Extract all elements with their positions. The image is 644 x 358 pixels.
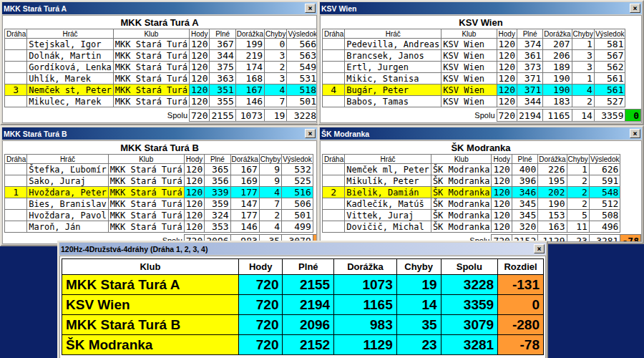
row-spacer-cell [313,210,317,221]
total-chyby-cell: 14 [572,110,594,122]
close-icon[interactable]: × [630,129,640,138]
klub-cell: ŠK Modranka [431,175,492,187]
lane-cell [5,96,27,107]
row-spacer-cell [313,175,317,187]
window-body: KSV Wien DráhaHráčKlubHodyPlnéDorážkaChy… [320,15,642,123]
hody-cell: 120 [190,96,210,107]
vysledok-cell: 508 [589,210,620,221]
name-cell: Mikulec, Marek [27,96,114,107]
row-spacer-cell [625,84,641,96]
player-row: Sako, JurajMKK Stará Turá1203561699525 [5,175,318,187]
name-cell: Babos, Tamas [345,96,441,107]
column-header-klub: Klub [113,29,189,39]
window-body: KlubHodyPlnéDorážkaChybySpoluRozdielMKK … [59,256,546,358]
plne-cell: 359 [205,198,230,210]
plne-cell: 400 [512,164,537,175]
dorazka-cell: 183 [543,96,572,107]
lane-cell [323,175,345,187]
vysledok-cell: 496 [589,221,620,233]
summary-plne-cell: 2194 [283,295,334,315]
total-chyby-cell: 23 [567,235,589,243]
window-sk-modranka: ŠK Modranka × ŠK Modranka DráhaHráčKlubH… [318,125,644,244]
totals-row: Spolu720219411651433590 [323,110,641,122]
titlebar[interactable]: ŠK Modranka × [320,127,642,140]
column-header-dorazka: Dorážka [230,155,259,164]
name-cell: Bielik, Damián [345,187,431,198]
window-body: MKK Stará Turá A DráhaHráčKlubHodyPlnéDo… [2,15,317,123]
summary-chyby-cell: 14 [396,295,441,315]
hody-cell: 120 [492,187,512,198]
window-summary: 120Hz-4Družstvá-4dráhy (Dráha 1, 2, 3, 4… [57,241,548,358]
titlebar[interactable]: KSV Wien × [320,2,642,14]
table-header-row: DráhaHráčKlubHodyPlnéDorážkaChybyVýsledo… [323,155,641,164]
team-heading: KSV Wien [321,16,641,29]
lane-cell [323,164,345,175]
window-title: MKK Stará Turá A [4,4,303,13]
klub-cell: ŠK Modranka [431,187,492,198]
plne-cell: 371 [517,73,542,84]
hody-cell: 120 [497,96,517,107]
total-plne-cell: 2155 [210,110,235,122]
close-icon[interactable]: × [305,129,316,138]
klub-cell: MKK Stará Turá [108,164,184,175]
klub-cell: MKK Stará Turá [113,39,189,50]
close-icon[interactable]: × [630,4,640,13]
dorazka-cell: 195 [538,175,567,187]
hody-cell: 120 [190,62,210,73]
chyby-cell: 2 [265,62,287,73]
dorazka-cell: 190 [543,73,572,84]
vysledok-cell: 506 [282,198,313,210]
vysledok-cell: 525 [282,175,313,187]
hody-cell: 120 [184,164,204,175]
name-cell: Vittek, Juraj [345,210,431,221]
titlebar[interactable]: 120Hz-4Družstvá-4dráhy (Dráha 1, 2, 3, 4… [59,243,546,255]
vysledok-cell: 512 [589,198,620,210]
hody-cell: 120 [497,50,517,62]
player-row: Gordíková, LenkaMKK Stará Turá1203751742… [5,62,318,73]
name-cell: Bugár, Peter [345,84,441,96]
summary-klub-cell: MKK Stará Turá B [62,315,239,335]
plne-cell: 371 [517,84,542,96]
summary-rozdiel-cell: 0 [498,295,544,315]
vysledok-cell: 499 [282,221,313,233]
player-row: Mikulík, PeterŠK Modranka1203961952591 [323,175,641,187]
column-header-vysledok: Výsledok [287,29,317,39]
lane-cell [5,164,27,175]
summary-hody-cell: 720 [238,335,283,355]
lane-cell [5,175,27,187]
chyby-cell: 5 [567,210,589,221]
name-cell: Nemček st, Peter [27,84,114,96]
titlebar[interactable]: MKK Stará Turá B × [2,127,317,140]
total-rozdiel-cell: 0 [625,110,641,122]
window-body: MKK Stará Turá B DráhaHráčKlubHodyPlnéDo… [2,140,317,244]
player-row: Ertl, JurgenKSV Wien1203731893562 [323,62,641,73]
close-icon[interactable]: × [305,4,316,13]
name-cell: Hvoždara, Pavol [27,210,108,221]
plne-cell: 320 [512,221,537,233]
dorazka-cell: 219 [235,50,264,62]
summary-dorazka-cell: 1073 [334,275,397,295]
column-header-klub: Klub [441,29,497,39]
plne-cell: 324 [205,210,230,221]
titlebar[interactable]: MKK Stará Turá A × [2,2,317,14]
dorazka-cell: 190 [538,198,567,210]
vysledok-cell: 581 [594,39,625,50]
total-vysledok-cell: 3281 [589,235,620,243]
total-dorazka-cell: 1165 [543,110,572,122]
chyby-cell: 2 [567,198,589,210]
table-header-row: DráhaHráčKlubHodyPlnéDorážkaChybyVýsledo… [323,29,641,39]
player-row: Mikulec, MarekMKK Stará Turá120355146750… [5,96,318,107]
summary-column-header: Hody [238,259,283,275]
close-icon[interactable]: × [534,244,545,253]
column-header-hody: Hody [497,29,517,39]
klub-cell: MKK Stará Turá [108,198,184,210]
column-header-player: Hráč [27,29,114,39]
chyby-cell: 9 [259,175,281,187]
chyby-cell: 9 [259,164,281,175]
chyby-cell: 3 [572,50,594,62]
player-row: Dovičič, MichalŠK Modranka12032016311496 [323,221,641,233]
plne-cell: 363 [210,73,235,84]
summary-klub-cell: MKK Stará Turá A [62,275,239,295]
column-header-vysledok: Výsledok [594,29,625,39]
player-row: Nemček ml, PeterŠK Modranka1204002261626 [323,164,641,175]
